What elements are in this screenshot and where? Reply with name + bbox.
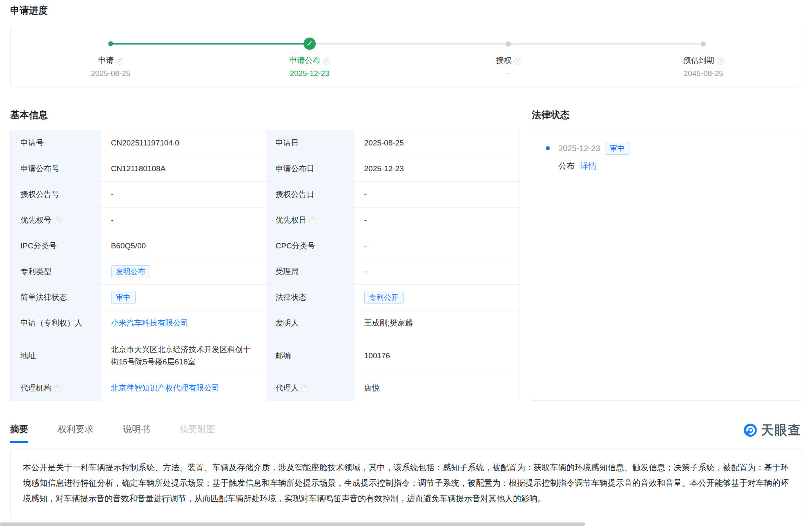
info-label-cell: 优先权号? [11,208,101,233]
info-value-cell: - [355,208,520,233]
progress-track-done [111,43,310,45]
status-badge: 审中 [111,291,136,304]
info-value-cell: 小米汽车科技有限公司 [101,310,266,336]
info-value: CN121180108A [111,164,166,173]
info-value-cell: 发明公布 [101,259,266,285]
info-value: 2025-12-23 [364,164,404,173]
info-label-cell: 申请公布号 [11,156,101,182]
tab-权利要求[interactable]: 权利要求 [58,423,94,443]
info-value: CN202511197104.0 [111,138,179,147]
progress-dot-expiry [700,41,706,47]
info-label: CPC分类号 [276,241,315,250]
info-value: - [364,241,367,250]
info-label-cell: 受理局 [266,259,355,285]
info-value-cell: 唐悦 [355,375,520,401]
progress-section-title: 申请进度 [10,4,801,16]
help-icon[interactable]: ? [301,385,308,392]
info-label-cell: 授权公告号 [11,182,101,208]
legal-status-title: 法律状态 [532,109,801,121]
info-label-cell: 发明人 [266,310,355,336]
progress-dot-grant [506,41,511,47]
help-icon[interactable]: ? [54,217,61,224]
help-icon[interactable]: ? [514,58,521,65]
document-tabs-row: 摘要权利要求说明书摘要附图 天眼查 [10,421,801,440]
info-value-cell: 2025-08-25 [355,130,520,156]
info-label-cell: 申请（专利权）人 [11,310,101,336]
progress-dot-apply [108,41,113,46]
step-date: 2025-12-23 [257,69,363,78]
info-value-cell: CN121180108A [101,156,266,182]
entity-link[interactable]: 小米汽车科技有限公司 [111,319,189,327]
info-label-cell: IPC分类号 [11,233,101,259]
help-icon[interactable]: ? [323,58,330,65]
tianyancha-logo-icon [743,423,758,438]
info-value-cell: 北京市大兴区北京经济技术开发区科创十街15号院5号楼6层618室 [101,336,266,375]
info-label: 简单法律状态 [20,293,67,301]
table-row: 申请号CN202511197104.0申请日2025-08-25 [11,130,520,156]
info-value: - [364,190,367,199]
help-icon[interactable]: ? [309,217,316,224]
info-value: B60Q5/00 [111,241,146,250]
info-label-cell: 法律状态 [266,285,355,310]
brand-name: 天眼查 [761,422,801,439]
step-label: 申请公布 [290,56,321,65]
legal-status-badge: 审中 [605,142,629,155]
info-label-cell: 授权公告日 [266,182,355,208]
info-label: 代理机构 [20,384,51,392]
info-label: 法律状态 [276,293,307,301]
info-value-cell: - [101,208,266,233]
info-label-cell: 申请日 [266,130,355,156]
step-label: 预估到期 [683,56,714,65]
table-row: 申请（专利权）人小米汽车科技有限公司发明人王成刚;樊家麟 [11,310,520,336]
info-area: 基本信息 申请号CN202511197104.0申请日2025-08-25申请公… [10,109,801,401]
info-value-cell: 审中 [101,285,266,310]
help-icon[interactable]: ? [54,385,61,392]
status-badge: 专利公开 [364,291,404,304]
info-label-cell: 专利类型 [11,259,101,285]
status-badge: 发明公布 [111,265,150,278]
tab-说明书[interactable]: 说明书 [123,423,150,443]
help-icon[interactable]: ? [116,58,123,65]
table-row: 优先权号?-优先权日?- [11,208,520,233]
legal-status-card: 2025-12-23 审中 公布 详情 [532,130,801,401]
info-label-cell: CPC分类号 [266,233,355,259]
info-value-cell: - [101,182,266,208]
info-value-cell: 专利公开 [355,285,520,310]
info-label: 授权公告日 [276,190,315,199]
table-row: IPC分类号B60Q5/00CPC分类号- [11,233,520,259]
table-row: 地址北京市大兴区北京经济技术开发区科创十街15号院5号楼6层618室邮编1001… [11,336,520,375]
bullet-icon [546,146,550,150]
table-row: 代理机构?北京律智知识产权代理有限公司代理人?唐悦 [11,375,520,401]
brand-watermark: 天眼查 [743,422,801,439]
info-label-cell: 地址 [11,336,101,375]
table-row: 申请公布号CN121180108A申请公布日2025-12-23 [11,156,520,182]
patent-detail-page: 申请进度 ✓ 申请? 2025-08-25 申请公布? 2025-12-23 授… [0,0,812,527]
info-label-cell: 邮编 [266,336,355,375]
info-value-cell: - [355,259,520,285]
tab-摘要附图[interactable]: 摘要附图 [179,423,215,443]
info-label: 申请公布号 [20,164,59,173]
progress-check-icon: ✓ [303,38,316,50]
info-label-cell: 申请号 [11,130,101,156]
tab-摘要[interactable]: 摘要 [10,423,28,443]
step-date: 2045-08-25 [650,69,756,78]
info-label: 申请日 [276,138,299,147]
info-value: - [364,267,367,276]
legal-status-detail-link[interactable]: 详情 [580,161,597,170]
entity-link[interactable]: 北京律智知识产权代理有限公司 [111,384,220,392]
info-label: 专利类型 [20,267,51,276]
info-label: 发明人 [276,319,299,327]
info-label: 优先权日 [276,216,307,224]
horizontal-scrollbar-thumb[interactable] [0,523,585,526]
help-icon[interactable]: ? [717,58,724,65]
info-label: IPC分类号 [20,241,57,250]
info-label: 授权公告号 [20,190,59,199]
info-value: 100176 [364,351,390,360]
info-value-cell: CN202511197104.0 [101,130,266,156]
info-label: 邮编 [276,351,291,360]
table-row: 简单法律状态审中法律状态专利公开 [11,285,520,310]
info-label-cell: 优先权日? [266,208,355,233]
table-row: 专利类型发明公布受理局- [11,259,520,285]
step-date: 2025-08-25 [58,69,164,78]
info-label: 受理局 [276,267,299,276]
